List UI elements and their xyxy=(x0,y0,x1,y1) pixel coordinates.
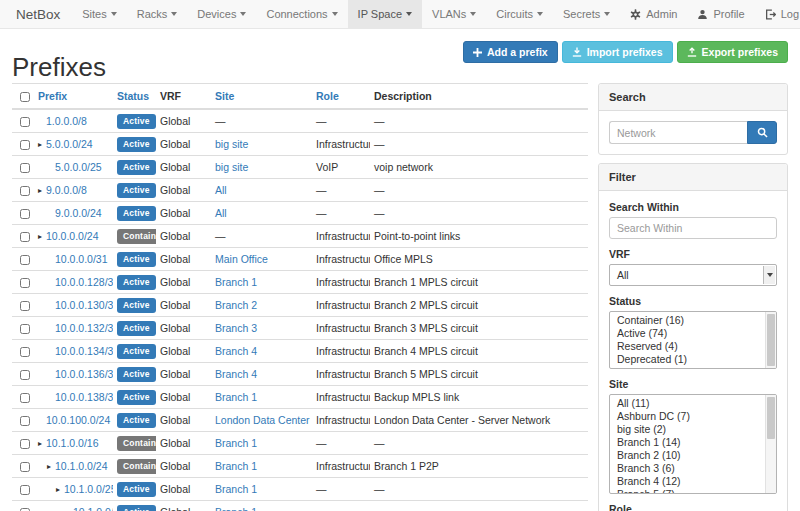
row-checkbox[interactable] xyxy=(20,324,30,334)
nav-item-secrets[interactable]: Secrets xyxy=(553,0,620,28)
row-checkbox[interactable] xyxy=(20,439,30,449)
site-link[interactable]: Branch 1 xyxy=(215,460,257,472)
site-link[interactable]: Branch 1 xyxy=(215,437,257,449)
prefix-link[interactable]: 9.0.0.0/8 xyxy=(46,184,87,196)
search-button[interactable] xyxy=(747,121,777,144)
row-checkbox[interactable] xyxy=(20,393,30,403)
import-prefixes-button[interactable]: Import prefixes xyxy=(562,41,673,63)
row-checkbox[interactable] xyxy=(20,186,30,196)
nav-item-ip-space[interactable]: IP Space xyxy=(348,0,422,28)
column-header-status[interactable]: Status xyxy=(113,84,156,110)
nav-item-circuits[interactable]: Circuits xyxy=(486,0,553,28)
row-checkbox[interactable] xyxy=(20,416,30,426)
description-cell: — xyxy=(370,133,588,156)
row-checkbox[interactable] xyxy=(20,462,30,472)
vrf-cell: Global xyxy=(156,501,211,511)
search-within-input[interactable] xyxy=(609,217,777,239)
select-all-checkbox[interactable] xyxy=(20,92,30,102)
prefix-link[interactable]: 10.0.0.130/31 xyxy=(55,299,113,311)
add-prefix-button[interactable]: Add a prefix xyxy=(463,41,558,63)
select-option[interactable]: All (11) xyxy=(610,397,763,410)
search-input[interactable] xyxy=(609,121,747,144)
select-option[interactable]: Deprecated (1) xyxy=(610,353,763,366)
select-option[interactable]: Ashburn DC (7) xyxy=(610,410,763,423)
row-checkbox[interactable] xyxy=(20,485,30,495)
prefix-link[interactable]: 10.0.0.134/31 xyxy=(55,345,113,357)
select-option[interactable]: Active (74) xyxy=(610,327,763,340)
logout-link[interactable]: Log out xyxy=(755,0,800,28)
nav-item-connections[interactable]: Connections xyxy=(256,0,347,28)
empty-value: — xyxy=(316,207,327,219)
nav-item-vlans[interactable]: VLANs xyxy=(422,0,486,28)
row-checkbox[interactable] xyxy=(20,347,30,357)
select-option[interactable]: Branch 5 (7) xyxy=(610,488,763,494)
select-option[interactable]: Branch 3 (6) xyxy=(610,462,763,475)
select-option[interactable]: Branch 2 (10) xyxy=(610,449,763,462)
site-link[interactable]: Branch 4 xyxy=(215,368,257,380)
nav-item-sites[interactable]: Sites xyxy=(72,0,126,28)
column-header-role[interactable]: Role xyxy=(312,84,370,110)
export-prefixes-button[interactable]: Export prefixes xyxy=(677,41,788,63)
site-link[interactable]: Branch 3 xyxy=(215,322,257,334)
prefix-link[interactable]: 10.0.0.132/31 xyxy=(55,322,113,334)
row-checkbox[interactable] xyxy=(20,163,30,173)
row-checkbox[interactable] xyxy=(20,117,30,127)
prefix-link[interactable]: 10.0.0.0/31 xyxy=(55,253,108,265)
prefix-link[interactable]: 10.1.0.0/25 xyxy=(64,483,113,495)
table-row: ▸10.0.0.0/31ActiveGlobalMain OfficeInfra… xyxy=(12,248,588,271)
site-cell: big site xyxy=(211,156,312,179)
site-link[interactable]: Branch 2 xyxy=(215,299,257,311)
site-link[interactable]: big site xyxy=(215,138,248,150)
site-link[interactable]: big site xyxy=(215,161,248,173)
prefix-link[interactable]: 10.0.0.138/31 xyxy=(55,391,113,403)
site-link[interactable]: Main Office xyxy=(215,253,268,265)
prefix-link[interactable]: 10.0.0.0/24 xyxy=(46,230,99,242)
row-checkbox[interactable] xyxy=(20,140,30,150)
nav-item-racks[interactable]: Racks xyxy=(127,0,188,28)
prefix-link[interactable]: 1.0.0.0/8 xyxy=(46,115,87,127)
select-option[interactable]: Branch 4 (12) xyxy=(610,475,763,488)
vrf-select-value: All xyxy=(617,269,629,281)
site-link[interactable]: All xyxy=(215,207,227,219)
prefix-link[interactable]: 10.0.0.136/31 xyxy=(55,368,113,380)
nav-item-devices[interactable]: Devices xyxy=(187,0,256,28)
profile-link[interactable]: Profile xyxy=(687,0,754,28)
vrf-select[interactable]: All xyxy=(609,264,777,286)
row-checkbox[interactable] xyxy=(20,301,30,311)
role-cell: Infrastructure xyxy=(312,271,370,294)
column-header-site[interactable]: Site xyxy=(211,84,312,110)
row-checkbox[interactable] xyxy=(20,278,30,288)
select-option[interactable]: Reserved (4) xyxy=(610,340,763,353)
prefix-link[interactable]: 10.1.0.0/26 xyxy=(73,506,113,511)
prefix-link[interactable]: 9.0.0.0/24 xyxy=(55,207,102,219)
site-link[interactable]: Branch 1 xyxy=(215,506,257,511)
prefix-link[interactable]: 10.0.100.0/24 xyxy=(46,414,110,426)
site-link[interactable]: All xyxy=(215,184,227,196)
netbox-logo[interactable]: NetBox xyxy=(0,0,72,28)
admin-link[interactable]: Admin xyxy=(620,0,687,28)
table-row: ▸10.0.0.138/31ActiveGlobalBranch 1Infras… xyxy=(12,386,588,409)
site-link[interactable]: London Data Center xyxy=(215,414,310,426)
site-link[interactable]: Branch 1 xyxy=(215,483,257,495)
site-link[interactable]: Branch 1 xyxy=(215,391,257,403)
prefix-link[interactable]: 10.1.0.0/16 xyxy=(46,437,99,449)
row-checkbox[interactable] xyxy=(20,255,30,265)
search-icon xyxy=(757,124,768,142)
select-option[interactable]: Container (16) xyxy=(610,314,763,327)
row-checkbox[interactable] xyxy=(20,232,30,242)
prefix-link[interactable]: 10.1.0.0/24 xyxy=(55,460,108,472)
site-cell: Branch 4 xyxy=(211,340,312,363)
prefix-link[interactable]: 10.0.0.128/31 xyxy=(55,276,113,288)
site-link[interactable]: Branch 4 xyxy=(215,345,257,357)
row-checkbox[interactable] xyxy=(20,370,30,380)
search-panel-title: Search xyxy=(599,84,787,111)
column-header-prefix[interactable]: Prefix xyxy=(34,84,113,110)
scrollbar-thumb[interactable] xyxy=(767,314,775,366)
prefix-link[interactable]: 5.0.0.0/24 xyxy=(46,138,93,150)
site-link[interactable]: Branch 1 xyxy=(215,276,257,288)
select-option[interactable]: big site (2) xyxy=(610,423,763,436)
prefix-link[interactable]: 5.0.0.0/25 xyxy=(55,161,102,173)
row-checkbox[interactable] xyxy=(20,209,30,219)
scrollbar-thumb[interactable] xyxy=(767,397,775,439)
select-option[interactable]: Branch 1 (14) xyxy=(610,436,763,449)
